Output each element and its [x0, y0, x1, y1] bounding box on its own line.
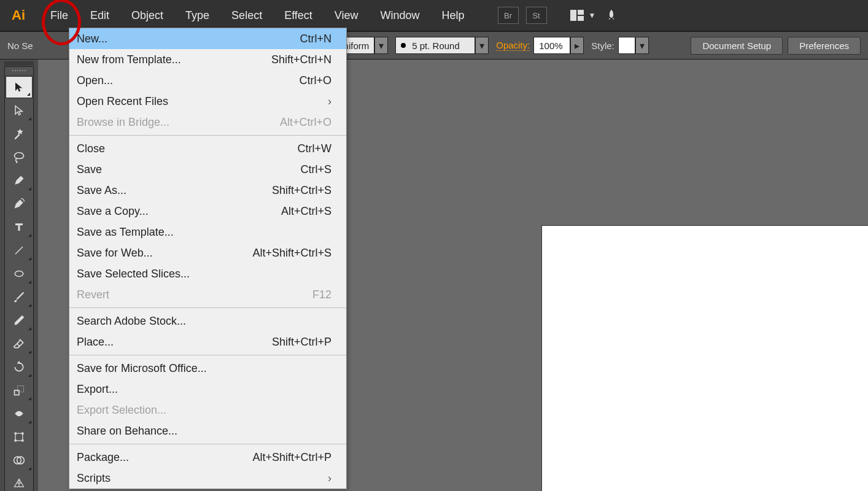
app-logo: Ai	[6, 3, 31, 28]
file-menu-dropdown: New...Ctrl+NNew from Template...Shift+Ct…	[69, 28, 347, 489]
file-menu-item[interactable]: CloseCtrl+W	[69, 138, 346, 159]
file-menu-item[interactable]: Save a Copy...Alt+Ctrl+S	[69, 201, 346, 222]
menu-help[interactable]: Help	[431, 7, 476, 25]
svg-rect-5	[15, 390, 20, 395]
chevron-down-icon[interactable]: ▼	[589, 11, 596, 20]
tools-grip[interactable]	[5, 67, 33, 75]
brush-value: 5 pt. Round	[412, 41, 460, 51]
menu-item-shortcut: Ctrl+N	[300, 33, 331, 45]
tool-width[interactable]	[5, 402, 33, 425]
stock-icon[interactable]: St	[526, 7, 547, 24]
opacity-label[interactable]: Opacity:	[496, 40, 530, 51]
menubar: Ai File Edit Object Type Select Effect V…	[0, 0, 868, 31]
menu-window[interactable]: Window	[370, 7, 431, 25]
tools-panel	[4, 66, 34, 491]
artboard[interactable]	[541, 225, 868, 491]
tool-direct-selection[interactable]	[5, 99, 33, 122]
brush-dropdown[interactable]: ▾	[475, 37, 489, 54]
tool-magic-wand[interactable]	[5, 122, 33, 145]
style-dropdown[interactable]: ▾	[635, 37, 649, 54]
file-menu-item[interactable]: Open...Ctrl+O	[69, 70, 346, 91]
menu-file[interactable]: File	[39, 7, 79, 25]
menu-view[interactable]: View	[324, 7, 370, 25]
tool-type[interactable]	[5, 215, 33, 239]
menu-separator	[69, 355, 346, 355]
tool-perspective[interactable]	[5, 472, 33, 491]
file-menu-item[interactable]: Scripts›	[69, 468, 346, 489]
file-menu-item[interactable]: New...Ctrl+N	[69, 28, 346, 49]
svg-rect-2	[578, 16, 584, 21]
menu-item-label: Search Adobe Stock...	[77, 315, 186, 328]
file-menu-item[interactable]: Search Adobe Stock...	[69, 311, 346, 331]
tool-lasso[interactable]	[5, 145, 33, 169]
file-menu-item[interactable]: Open Recent Files›	[69, 91, 346, 112]
svg-rect-1	[578, 10, 584, 15]
file-menu-item[interactable]: Export...	[69, 379, 346, 400]
tool-rectangle[interactable]	[5, 262, 33, 285]
svg-point-4	[15, 271, 23, 277]
menu-edit[interactable]: Edit	[79, 7, 120, 25]
bridge-icon[interactable]: Br	[498, 7, 519, 24]
tool-rotate[interactable]	[5, 355, 33, 379]
menu-item-shortcut: Shift+Ctrl+N	[271, 53, 331, 66]
menu-item-shortcut: Alt+Shift+Ctrl+P	[252, 451, 331, 464]
stroke-profile-dropdown[interactable]: ▾	[374, 37, 388, 54]
svg-rect-7	[15, 433, 23, 441]
menu-item-label: Export...	[77, 383, 118, 396]
submenu-arrow-icon: ›	[328, 95, 331, 108]
tool-pen[interactable]	[5, 169, 33, 192]
preferences-button[interactable]: Preferences	[788, 37, 861, 55]
file-menu-item: RevertF12	[69, 284, 346, 305]
tool-pencil[interactable]	[5, 309, 33, 332]
file-menu-item[interactable]: Save As...Shift+Ctrl+S	[69, 180, 346, 201]
menu-item-label: Save for Microsoft Office...	[77, 362, 207, 375]
svg-line-3	[15, 247, 23, 254]
menu-effect[interactable]: Effect	[273, 7, 324, 25]
menu-object[interactable]: Object	[120, 7, 174, 25]
panel-expand-strip[interactable]	[4, 61, 34, 66]
menu-item-label: Close	[77, 142, 105, 155]
svg-rect-6	[18, 386, 24, 392]
menu-item-shortcut: Shift+Ctrl+P	[272, 336, 331, 349]
menu-item-label: Save	[77, 163, 102, 176]
style-swatch[interactable]	[618, 37, 635, 54]
tool-selection[interactable]	[6, 76, 33, 98]
menu-separator	[69, 307, 346, 308]
tool-scale[interactable]	[5, 379, 33, 402]
menu-item-label: Open...	[77, 74, 113, 87]
menu-item-shortcut: Alt+Ctrl+S	[281, 205, 331, 218]
tool-eraser[interactable]	[5, 332, 33, 355]
file-menu-item: Export Selection...	[69, 400, 346, 420]
file-menu-item[interactable]: Save for Microsoft Office...	[69, 358, 346, 379]
svg-rect-10	[15, 439, 17, 441]
opacity-dropdown[interactable]: ▸	[570, 37, 584, 54]
svg-rect-9	[21, 433, 23, 435]
menu-type[interactable]: Type	[174, 7, 220, 25]
tool-shape-builder[interactable]	[5, 449, 33, 472]
menu-item-label: Save as Template...	[77, 226, 174, 239]
brush-dot-icon	[401, 43, 406, 48]
file-menu-item[interactable]: Save for Web...Alt+Shift+Ctrl+S	[69, 242, 346, 263]
menu-item-label: Share on Behance...	[77, 425, 177, 438]
tool-paintbrush[interactable]	[5, 285, 33, 309]
file-menu-item[interactable]: Share on Behance...	[69, 420, 346, 441]
arrange-documents-icon[interactable]	[567, 7, 587, 24]
tool-free-transform[interactable]	[5, 425, 33, 449]
menu-select[interactable]: Select	[220, 7, 273, 25]
file-menu-item[interactable]: Place...Shift+Ctrl+P	[69, 331, 346, 352]
menu-separator	[69, 444, 346, 444]
file-menu-item[interactable]: Package...Alt+Shift+Ctrl+P	[69, 447, 346, 468]
file-menu-item[interactable]: Save Selected Slices...	[69, 263, 346, 284]
gpu-rocket-icon[interactable]	[601, 7, 622, 24]
file-menu-item[interactable]: New from Template...Shift+Ctrl+N	[69, 49, 346, 70]
file-menu-item[interactable]: Save as Template...	[69, 222, 346, 242]
menu-item-shortcut: Ctrl+W	[298, 142, 332, 155]
opacity-input[interactable]	[533, 37, 570, 54]
tool-line[interactable]	[5, 239, 33, 262]
svg-rect-8	[15, 433, 17, 435]
document-setup-button[interactable]: Document Setup	[691, 37, 783, 55]
file-menu-item[interactable]: SaveCtrl+S	[69, 159, 346, 180]
file-menu-item: Browse in Bridge...Alt+Ctrl+O	[69, 112, 346, 133]
tool-curvature[interactable]	[5, 192, 33, 215]
brush-select[interactable]: 5 pt. Round	[395, 37, 475, 54]
